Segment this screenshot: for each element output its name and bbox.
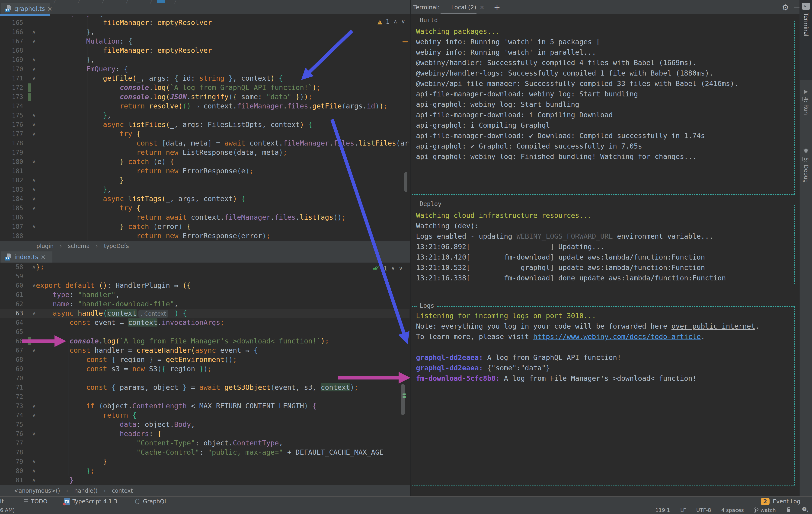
next-warning-icon[interactable]: ∨ [401,18,405,25]
prev-mark-icon[interactable]: ∧ [391,265,395,272]
todo-tool-button[interactable]: ☰ TODO [24,498,47,505]
prev-warning-icon[interactable]: ∧ [394,18,398,25]
terminal-tab-close-icon[interactable]: × [480,4,484,11]
breadcrumb-item[interactable]: plugin [36,243,54,249]
terminal-line: 13:21:10.532[ graphql] update aws:lambda… [416,262,705,273]
breadcrumb-item[interactable]: <anonymous>() [14,488,60,494]
tab-label: graphql.ts [14,5,45,12]
line-number: 181 [0,167,23,176]
line-number: 79 [0,457,23,466]
error-dot [63,503,66,506]
editor-graphql-ts[interactable]: 164 Query: {165 fileManager: emptyResolv… [0,16,409,241]
line-number: 77 [0,439,23,448]
typescript-icon: TS [64,498,70,505]
terminal-output[interactable]: BuildWatching packages...webiny info: Ru… [411,14,800,496]
docs-link[interactable]: https://www.webiny.com/docs/todo-article [533,333,701,341]
close-icon[interactable]: × [40,253,46,261]
line-number: 175 [0,111,23,120]
breadcrumb-item[interactable]: schema [68,243,90,249]
breadcrumb-item[interactable]: context [112,488,133,494]
line-number: 72 [0,392,23,401]
line-number: 81 [0,476,23,485]
line-ending[interactable]: LF [680,507,686,513]
terminal-line: Watching cloud infrastructure resources.… [416,210,592,221]
tool-button-debug[interactable]: 5: Debug [800,147,812,183]
terminal-tab-local[interactable]: Local (2) [451,4,476,11]
code-line-188: return new ErrorResponse(error); [36,231,270,241]
indent-setting[interactable]: 4 spaces [721,507,744,513]
code-line-78: "Cache-Control": "public, max-age=" + DE… [36,448,383,457]
editor-index-ts[interactable]: 58∧};5960∨export default (): HandlerPlug… [0,263,409,485]
terminal-box-label: Build [417,17,440,24]
line-number: 174 [0,101,23,111]
event-log-button[interactable]: Event Log [773,498,801,505]
line-number: 178 [0,139,23,148]
line-number: 187 [0,222,23,231]
terminal-line: api-graphql: ✔ Graphql: Compiled success… [416,141,642,151]
tab-graphql-ts[interactable]: TS graphql.ts × [1,3,50,14]
gear-icon[interactable]: ⚙ [782,3,789,12]
status-bar: 6 AM) 119:1 LF UTF-8 4 spaces watch ?⚙ [0,506,812,514]
warning-stripe-mark[interactable] [403,41,408,42]
lock-icon[interactable] [786,507,791,514]
code-line-183: }, [36,185,111,194]
git-label-partial[interactable]: it [0,498,4,505]
line-number: 168 [0,46,23,55]
code-line-75: data: object.Body, [36,420,195,429]
file-encoding[interactable]: UTF-8 [696,507,711,513]
terminal-line: webiny info: Running 'watch' in 5 packag… [416,37,600,47]
line-number: 179 [0,148,23,157]
inspection-widget-graphql[interactable]: ▲! 1 ∧ ∨ [377,18,405,25]
change-marker [28,93,31,101]
line-number: 74 [0,411,23,420]
graphql-tool-button[interactable]: ⬡ GraphQL [135,497,167,505]
line-number: 76 [0,429,23,439]
tool-button-run[interactable]: ▶ 4: Run [800,89,812,115]
code-line-64: const event = context.invocationArgs; [36,318,225,327]
ok-check-icon: ✔✔ [372,265,380,272]
debug-bug-icon [803,147,809,155]
breadcrumb-item[interactable]: handle() [74,488,97,494]
terminal-line: api-graphql: webiny log: Finished bundli… [416,151,697,162]
code-line-69: const s3 = new S3({ region }); [36,364,212,373]
line-number: 64 [0,318,23,327]
scrollbar-thumb-graphql[interactable] [404,172,407,192]
terminal-line: 13:21:10.420[ fm-download] update aws:la… [416,252,705,262]
code-line-172: console.log(`A log from GraphQL API func… [36,83,321,92]
terminal-title: Terminal: [413,4,440,11]
code-line-79: } [36,457,107,466]
terminal-line: Watching packages... [416,26,500,37]
scrollbar-thumb-index[interactable] [401,384,405,415]
caret-position[interactable]: 119:1 [655,507,670,513]
terminal-line: Watching (dev): [416,221,479,231]
line-number: 182 [0,176,23,185]
new-terminal-icon[interactable]: + [494,3,500,12]
breadcrumb-item[interactable]: typeDefs [104,243,129,249]
tab-index-ts[interactable]: TS index.ts × [1,251,52,263]
next-mark-icon[interactable]: ∨ [399,265,403,272]
line-number: 172 [0,83,23,92]
code-line-67: const handler = createHandler(async even… [36,346,258,355]
terminal-panel[interactable]: Terminal: Local (2) × + ⚙ — BuildWatchin… [410,0,800,496]
terminal-header: Terminal: Local (2) × + ⚙ — [411,0,800,14]
close-icon[interactable]: × [47,5,52,12]
line-number: 80 [0,466,23,476]
line-number: 170 [0,64,23,74]
inspection-widget-index[interactable]: ✔✔ 1 ∧ ∨ [372,265,403,272]
breadcrumb-separator: › [60,243,62,249]
help-settings-icon[interactable]: ?⚙ [801,506,808,514]
code-line-80: }; [36,466,95,476]
code-line-178: const [data, meta] = await context.fileM… [36,139,409,148]
code-line-180: } catch (e) { [36,157,174,167]
clipped-tab-fragment [157,0,165,3]
terminal-line: @webiny/handler: Successfully compiled 4… [416,58,697,68]
git-branch-widget[interactable]: watch [754,507,776,513]
terminal-line: api-file-manager-download: i Compiling D… [416,110,613,120]
typescript-service-button[interactable]: TS TypeScript 4.1.3 [64,498,117,505]
code-line-170: FmQuery: { [36,64,128,74]
line-number: 167 [0,37,23,46]
line-number: 58 [0,263,23,272]
terminal-line: @webiny/handler-logs: Successfully compi… [416,68,713,78]
event-log-badge[interactable]: 2 [761,498,770,505]
tool-button-terminal[interactable]: >_ Terminal [800,0,812,80]
